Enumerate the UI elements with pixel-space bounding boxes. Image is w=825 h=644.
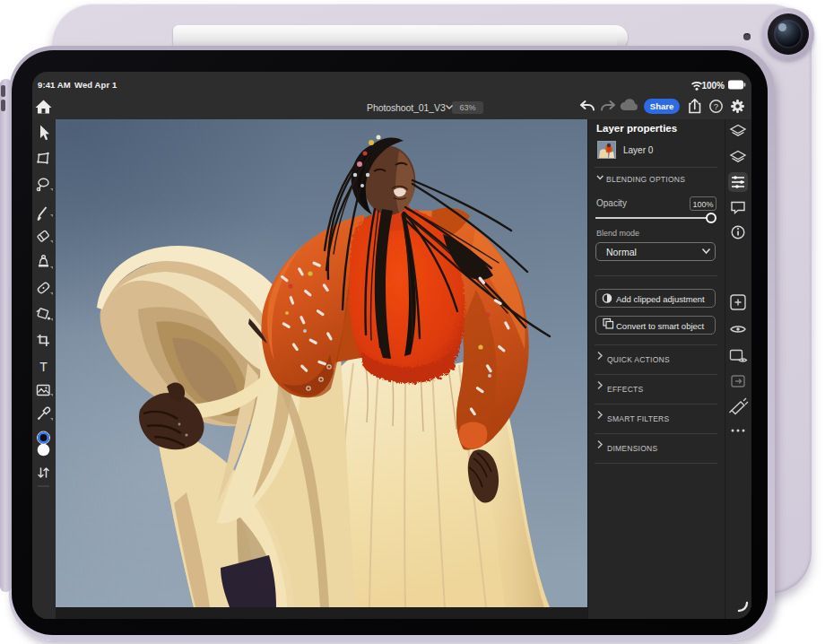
svg-text:?: ? (714, 101, 718, 111)
svg-text:T: T (39, 360, 48, 374)
svg-text:100%: 100% (701, 81, 725, 91)
